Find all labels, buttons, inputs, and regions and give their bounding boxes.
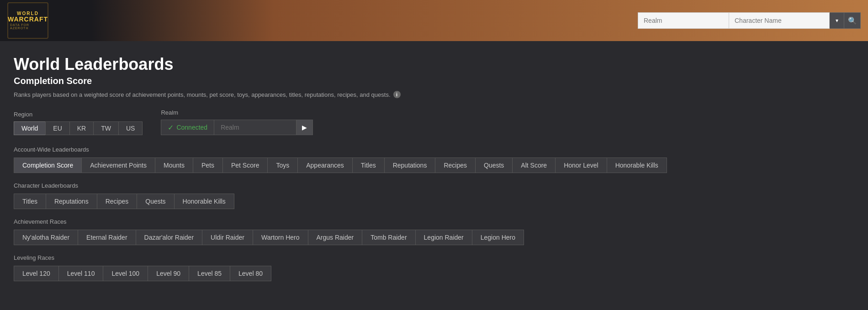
tab-achievement-points[interactable]: Achievement Points bbox=[81, 158, 155, 173]
header-search-area: ▾ 🔍 bbox=[638, 12, 861, 29]
logo-area: WORLD WARCRAFT DATA FOR AZEROTH bbox=[7, 2, 48, 39]
region-btn-tw[interactable]: TW bbox=[93, 121, 118, 135]
race-tab-dazaralor[interactable]: Dazar'alor Raider bbox=[136, 230, 202, 245]
region-btn-eu[interactable]: EU bbox=[45, 121, 69, 135]
tab-mounts[interactable]: Mounts bbox=[155, 158, 193, 173]
char-tab-titles[interactable]: Titles bbox=[14, 194, 46, 209]
realm-group: Realm ✓ Connected ▶ bbox=[161, 109, 313, 135]
main-content: World Leaderboards Completion Score Rank… bbox=[0, 41, 868, 304]
leveling-races-label: Leveling Races bbox=[14, 254, 854, 261]
tab-quests[interactable]: Quests bbox=[475, 158, 512, 173]
filter-row: Region World EU KR TW US Realm ✓ Connect… bbox=[14, 109, 854, 135]
race-tab-uldir[interactable]: Uldir Raider bbox=[202, 230, 253, 245]
tab-honorable-kills[interactable]: Honorable Kills bbox=[607, 158, 667, 173]
race-tab-tomb[interactable]: Tomb Raider bbox=[362, 230, 415, 245]
page-description: Ranks players based on a weighted score … bbox=[14, 91, 854, 98]
tab-appearances[interactable]: Appearances bbox=[297, 158, 352, 173]
tab-recipes[interactable]: Recipes bbox=[435, 158, 475, 173]
realm-go-button[interactable]: ▶ bbox=[296, 120, 313, 135]
level-tab-100[interactable]: Level 100 bbox=[103, 266, 148, 281]
header-search-button[interactable]: 🔍 bbox=[844, 12, 861, 29]
info-icon[interactable]: i bbox=[393, 91, 401, 98]
char-tab-reputations[interactable]: Reputations bbox=[46, 194, 97, 209]
race-tab-eternal[interactable]: Eternal Raider bbox=[78, 230, 136, 245]
character-label: Character Leaderboards bbox=[14, 182, 854, 189]
char-tab-honorable-kills[interactable]: Honorable Kills bbox=[174, 194, 234, 209]
race-tab-nyalotha[interactable]: Ny'alotha Raider bbox=[14, 230, 78, 245]
level-tab-90[interactable]: Level 90 bbox=[148, 266, 189, 281]
race-tab-wartorn[interactable]: Wartorn Hero bbox=[253, 230, 308, 245]
search-icon: 🔍 bbox=[848, 16, 857, 25]
region-group: Region World EU KR TW US bbox=[14, 111, 143, 135]
tab-titles[interactable]: Titles bbox=[352, 158, 384, 173]
logo-box: WORLD WARCRAFT DATA FOR AZEROTH bbox=[7, 2, 48, 39]
tab-alt-score[interactable]: Alt Score bbox=[512, 158, 555, 173]
logo-sub: DATA FOR AZEROTH bbox=[10, 23, 46, 30]
char-tab-recipes[interactable]: Recipes bbox=[97, 194, 137, 209]
tab-pet-score[interactable]: Pet Score bbox=[222, 158, 267, 173]
account-wide-tabs: Completion Score Achievement Points Moun… bbox=[14, 158, 854, 173]
realm-label: Realm bbox=[161, 109, 313, 116]
level-tab-120[interactable]: Level 120 bbox=[14, 266, 58, 281]
character-tabs: Titles Reputations Recipes Quests Honora… bbox=[14, 194, 854, 209]
page-title: World Leaderboards bbox=[14, 55, 854, 74]
tab-honor-level[interactable]: Honor Level bbox=[555, 158, 607, 173]
region-btn-kr[interactable]: KR bbox=[69, 121, 93, 135]
race-tab-argus[interactable]: Argus Raider bbox=[308, 230, 362, 245]
chevron-right-icon: ▶ bbox=[302, 124, 307, 131]
header-dropdown-button[interactable]: ▾ bbox=[830, 12, 844, 29]
achievement-races-label: Achievement Races bbox=[14, 218, 854, 225]
tab-toys[interactable]: Toys bbox=[267, 158, 297, 173]
header: WORLD WARCRAFT DATA FOR AZEROTH ▾ 🔍 bbox=[0, 0, 868, 41]
achievement-races-tabs: Ny'alotha Raider Eternal Raider Dazar'al… bbox=[14, 230, 854, 245]
description-text: Ranks players based on a weighted score … bbox=[14, 91, 391, 98]
header-realm-input[interactable] bbox=[638, 12, 729, 29]
logo-title-2: WARCRAFT bbox=[8, 16, 48, 22]
race-tab-legion-hero[interactable]: Legion Hero bbox=[472, 230, 524, 245]
tab-completion-score[interactable]: Completion Score bbox=[14, 158, 81, 173]
race-tab-legion[interactable]: Legion Raider bbox=[415, 230, 472, 245]
level-tab-110[interactable]: Level 110 bbox=[58, 266, 103, 281]
level-tab-85[interactable]: Level 85 bbox=[189, 266, 230, 281]
connected-button[interactable]: ✓ Connected bbox=[161, 120, 214, 135]
leveling-races-tabs: Level 120 Level 110 Level 100 Level 90 L… bbox=[14, 266, 854, 281]
region-btn-group: World EU KR TW US bbox=[14, 121, 143, 135]
connected-checkmark-icon: ✓ bbox=[168, 123, 174, 132]
tab-reputations[interactable]: Reputations bbox=[384, 158, 435, 173]
connected-label: Connected bbox=[176, 124, 207, 131]
account-wide-label: Account-Wide Leaderboards bbox=[14, 146, 854, 153]
header-character-input[interactable] bbox=[729, 12, 830, 29]
realm-input[interactable] bbox=[214, 120, 296, 135]
realm-btn-group: ✓ Connected ▶ bbox=[161, 120, 313, 135]
level-tab-80[interactable]: Level 80 bbox=[230, 266, 271, 281]
region-label: Region bbox=[14, 111, 143, 118]
tab-pets[interactable]: Pets bbox=[193, 158, 222, 173]
region-btn-world[interactable]: World bbox=[14, 121, 45, 135]
page-subtitle: Completion Score bbox=[14, 76, 854, 86]
region-btn-us[interactable]: US bbox=[118, 121, 143, 135]
char-tab-quests[interactable]: Quests bbox=[137, 194, 174, 209]
